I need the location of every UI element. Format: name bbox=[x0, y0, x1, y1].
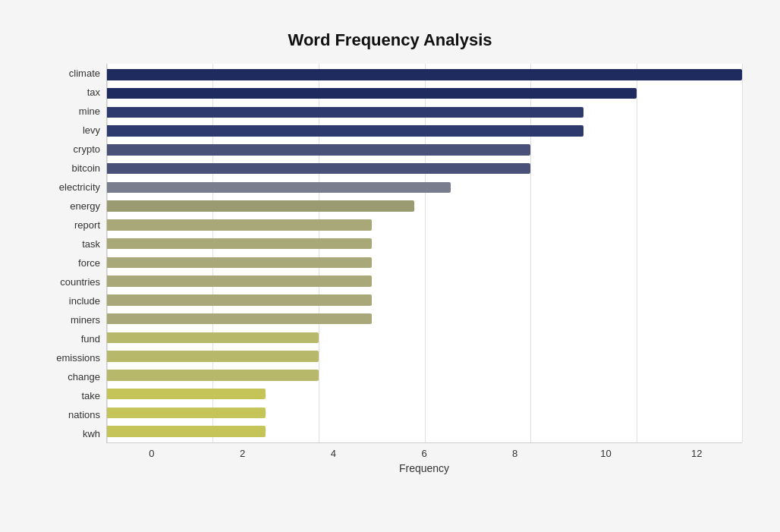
x-tick: 8 bbox=[470, 448, 561, 459]
bar-row bbox=[107, 103, 742, 122]
y-label: task bbox=[38, 235, 100, 253]
bar-row bbox=[107, 235, 742, 253]
bar bbox=[107, 182, 451, 194]
x-axis: 024681012 bbox=[106, 443, 742, 459]
x-tick: 2 bbox=[197, 448, 288, 459]
x-tick: 6 bbox=[379, 448, 470, 459]
x-tick: 10 bbox=[561, 448, 652, 459]
bar-row bbox=[107, 385, 742, 404]
bar bbox=[107, 238, 372, 250]
y-label: kwh bbox=[38, 424, 100, 443]
y-label: energy bbox=[38, 197, 100, 216]
bar-row bbox=[107, 65, 742, 84]
y-label: levy bbox=[38, 121, 100, 140]
bar-row bbox=[107, 422, 742, 441]
y-labels: climatetaxminelevycryptobitcoinelectrici… bbox=[38, 64, 106, 443]
y-label: mine bbox=[38, 102, 100, 121]
bar-row bbox=[107, 178, 742, 197]
bar-row bbox=[107, 216, 742, 235]
chart-area: climatetaxminelevycryptobitcoinelectrici… bbox=[38, 64, 742, 474]
x-tick: 0 bbox=[106, 448, 197, 459]
bar-row bbox=[107, 310, 742, 329]
bar bbox=[107, 69, 742, 80]
bar bbox=[107, 200, 414, 212]
bar-row bbox=[107, 272, 742, 291]
bar bbox=[107, 257, 372, 269]
bar-row bbox=[107, 329, 742, 348]
bar-row bbox=[107, 404, 742, 423]
y-label: report bbox=[38, 216, 100, 235]
y-label: change bbox=[38, 367, 100, 386]
bars-chart bbox=[107, 64, 742, 442]
bar-row bbox=[107, 366, 742, 385]
bar bbox=[107, 88, 637, 99]
bar bbox=[107, 389, 266, 400]
x-axis-label: Frequency bbox=[106, 462, 742, 474]
bar-row bbox=[107, 291, 742, 310]
y-label: crypto bbox=[38, 140, 100, 159]
y-label: electricity bbox=[38, 178, 100, 197]
bar bbox=[107, 107, 583, 118]
bar bbox=[107, 163, 530, 175]
bar bbox=[107, 426, 266, 437]
bar-row bbox=[107, 84, 742, 103]
y-label: include bbox=[38, 291, 100, 310]
bar-row bbox=[107, 159, 742, 178]
bar bbox=[107, 294, 372, 306]
bar-row bbox=[107, 197, 742, 216]
y-label: take bbox=[38, 386, 100, 405]
bars-wrapper: climatetaxminelevycryptobitcoinelectrici… bbox=[38, 64, 742, 443]
bar bbox=[107, 408, 266, 419]
bar bbox=[107, 332, 319, 344]
chart-container: Word Frequency Analysis climatetaxminele… bbox=[15, 15, 765, 532]
bar bbox=[107, 144, 530, 156]
x-tick: 12 bbox=[651, 448, 742, 459]
bar bbox=[107, 370, 319, 381]
y-label: climate bbox=[38, 64, 100, 83]
bars-area bbox=[106, 64, 742, 443]
bar bbox=[107, 275, 372, 287]
y-label: emissions bbox=[38, 348, 100, 367]
bar-row bbox=[107, 253, 742, 272]
y-label: nations bbox=[38, 405, 100, 424]
y-label: force bbox=[38, 253, 100, 272]
y-label: tax bbox=[38, 83, 100, 102]
x-tick: 4 bbox=[288, 448, 379, 459]
bar bbox=[107, 313, 372, 325]
y-label: countries bbox=[38, 272, 100, 291]
y-label: fund bbox=[38, 329, 100, 348]
y-label: miners bbox=[38, 310, 100, 329]
bar-row bbox=[107, 140, 742, 159]
chart-title: Word Frequency Analysis bbox=[38, 30, 742, 50]
grid-line bbox=[742, 64, 743, 442]
bar bbox=[107, 219, 372, 231]
y-label: bitcoin bbox=[38, 159, 100, 178]
bar bbox=[107, 125, 583, 137]
bar-row bbox=[107, 121, 742, 140]
bar bbox=[107, 351, 319, 362]
bar-row bbox=[107, 347, 742, 366]
